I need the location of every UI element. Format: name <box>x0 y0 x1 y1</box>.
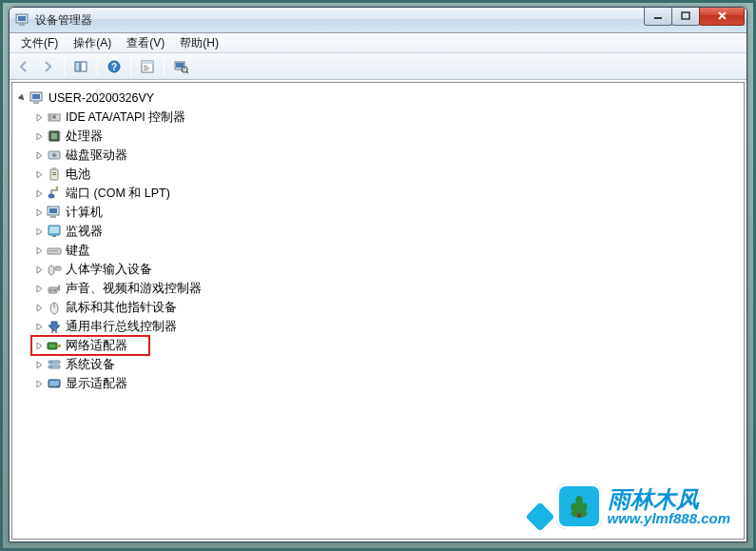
expand-arrow-icon[interactable] <box>33 149 45 161</box>
svg-rect-42 <box>49 208 57 213</box>
tree-item-usb[interactable]: 通用串行总线控制器 <box>33 317 740 336</box>
svg-rect-54 <box>56 267 57 268</box>
tree-item-label: 网络适配器 <box>66 337 127 354</box>
tree-item-hid[interactable]: 人体学输入设备 <box>33 260 740 279</box>
svg-line-17 <box>186 71 188 73</box>
tree-item-label: 键盘 <box>66 242 90 259</box>
tree-item-mice[interactable]: 鼠标和其他指针设备 <box>33 298 740 317</box>
display-adapters-icon <box>47 376 62 391</box>
svg-rect-48 <box>49 250 51 252</box>
svg-rect-4 <box>682 12 689 19</box>
tree-item-label: 人体学输入设备 <box>66 261 152 278</box>
menu-help[interactable]: 帮助(H) <box>172 33 226 53</box>
menu-file[interactable]: 文件(F) <box>13 33 66 53</box>
tree-item-sound[interactable]: 声音、视频和游戏控制器 <box>33 279 740 298</box>
tree-item-ide-ata[interactable]: IDE ATA/ATAPI 控制器 <box>33 108 740 127</box>
svg-point-52 <box>48 266 54 275</box>
mice-icon <box>47 300 62 315</box>
bird-icon <box>525 502 554 531</box>
expand-arrow-icon[interactable] <box>33 283 45 294</box>
svg-rect-72 <box>49 381 59 385</box>
svg-rect-1 <box>18 16 26 21</box>
svg-point-69 <box>50 362 52 364</box>
tree-item-processors[interactable]: 处理器 <box>33 127 740 146</box>
titlebar: 设备管理器 <box>10 8 746 33</box>
tree-item-label: 通用串行总线控制器 <box>66 318 177 335</box>
svg-rect-10 <box>142 61 153 64</box>
svg-rect-23 <box>49 115 51 120</box>
svg-rect-25 <box>51 133 57 139</box>
computer-icon <box>47 205 62 220</box>
tree-item-system-devices[interactable]: 系统设备 <box>33 355 740 374</box>
svg-rect-68 <box>48 365 60 368</box>
tree-item-label: 处理器 <box>66 128 103 145</box>
app-icon <box>15 12 30 28</box>
tree-item-label: 磁盘驱动器 <box>66 147 127 164</box>
tree-item-label: 系统设备 <box>66 356 115 373</box>
expand-arrow-icon[interactable] <box>33 168 45 180</box>
tree-item-monitors[interactable]: 监视器 <box>33 222 740 241</box>
help-button[interactable]: ? <box>104 56 125 77</box>
expand-arrow-icon[interactable] <box>33 264 45 275</box>
tree-item-disk-drives[interactable]: 磁盘驱动器 <box>33 146 740 165</box>
svg-rect-51 <box>57 250 59 252</box>
svg-rect-5 <box>75 62 80 71</box>
expand-arrow-icon[interactable] <box>33 226 45 237</box>
tree-item-label: 鼠标和其他指针设备 <box>66 299 177 316</box>
tree-item-label: 端口 (COM 和 LPT) <box>66 185 170 202</box>
tree-item-display-adapters[interactable]: 显示适配器 <box>33 374 740 393</box>
maximize-button[interactable] <box>671 7 700 26</box>
menu-view[interactable]: 查看(V) <box>119 33 172 53</box>
svg-rect-66 <box>49 344 55 347</box>
svg-rect-46 <box>52 235 56 237</box>
device-tree[interactable]: USER-20200326VY IDE ATA/ATAPI 控制器处理器磁盘驱动… <box>12 83 744 399</box>
expand-arrow-icon[interactable] <box>33 187 45 199</box>
expand-arrow-icon[interactable] <box>33 130 45 142</box>
sound-icon <box>47 281 62 296</box>
close-button[interactable] <box>699 7 745 26</box>
tree-item-label: 电池 <box>66 166 90 183</box>
minimize-button[interactable] <box>644 7 672 26</box>
svg-rect-55 <box>58 267 59 268</box>
svg-rect-65 <box>57 344 61 347</box>
menu-action[interactable]: 操作(A) <box>66 33 119 53</box>
svg-point-58 <box>53 289 56 292</box>
expand-arrow-icon[interactable] <box>33 378 45 389</box>
collapse-arrow-icon[interactable] <box>16 92 28 104</box>
svg-rect-67 <box>48 361 60 364</box>
svg-rect-49 <box>52 250 54 252</box>
svg-rect-45 <box>49 226 59 233</box>
expand-arrow-icon[interactable] <box>33 340 45 351</box>
expand-arrow-icon[interactable] <box>33 359 45 370</box>
tree-item-network-adapters[interactable]: 网络适配器 <box>33 336 740 355</box>
device-manager-window: 设备管理器 文件(F) 操作(A) 查看(V) 帮助(H) ? USER-202… <box>9 7 747 542</box>
scan-hardware-button[interactable] <box>170 56 191 77</box>
show-hide-console-button[interactable] <box>70 56 91 77</box>
window-title: 设备管理器 <box>35 12 92 29</box>
expand-arrow-icon[interactable] <box>33 321 45 332</box>
tree-item-keyboards[interactable]: 键盘 <box>33 241 740 260</box>
tree-item-computer[interactable]: 计算机 <box>33 203 740 222</box>
expand-arrow-icon[interactable] <box>33 111 45 123</box>
svg-rect-36 <box>52 167 56 170</box>
disk-drives-icon <box>47 148 62 163</box>
tree-item-batteries[interactable]: 电池 <box>33 165 740 184</box>
expand-arrow-icon[interactable] <box>33 207 45 218</box>
properties-button[interactable] <box>137 56 158 77</box>
computer-icon <box>29 90 45 106</box>
network-adapters-icon <box>47 338 62 353</box>
tree-item-label: IDE ATA/ATAPI 控制器 <box>66 108 185 126</box>
tree-root[interactable]: USER-20200326VY <box>16 89 740 108</box>
svg-rect-19 <box>32 94 40 99</box>
watermark-logo-icon <box>556 483 602 529</box>
monitors-icon <box>47 224 62 239</box>
processors-icon <box>47 128 62 144</box>
svg-rect-73 <box>49 385 52 386</box>
svg-point-70 <box>50 366 52 368</box>
svg-rect-75 <box>577 513 581 518</box>
expand-arrow-icon[interactable] <box>33 245 45 256</box>
tree-item-ports[interactable]: 端口 (COM 和 LPT) <box>33 184 740 203</box>
svg-rect-38 <box>52 174 56 175</box>
expand-arrow-icon[interactable] <box>33 302 45 313</box>
svg-text:?: ? <box>111 62 117 72</box>
